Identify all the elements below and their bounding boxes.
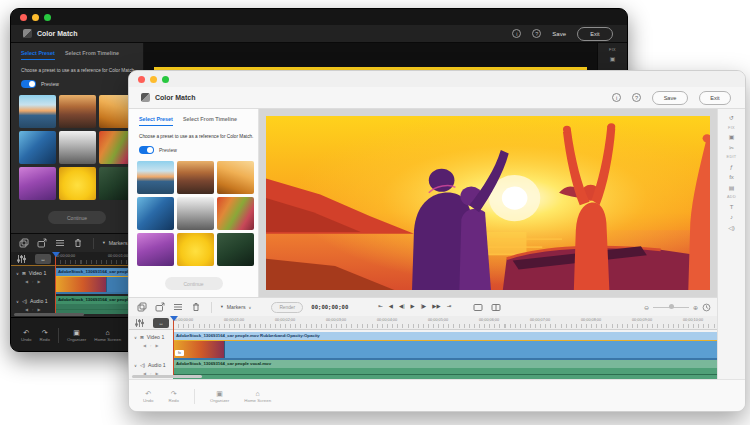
preset-lake-sunrise[interactable] — [137, 161, 174, 194]
tab-select-from-timeline[interactable]: Select From Timeline — [183, 116, 237, 126]
collapse-icon[interactable]: ∨ — [134, 335, 137, 340]
audio-icon[interactable]: ◁) — [728, 225, 735, 231]
play-icon[interactable]: ▶ — [411, 304, 415, 309]
playhead[interactable] — [55, 253, 56, 313]
zoom-slider-knob[interactable] — [669, 304, 674, 309]
redo-button[interactable]: ↷ Redo — [40, 329, 51, 342]
home-screen-button[interactable]: ⌂ Home Screen — [94, 329, 121, 342]
frame-back-icon[interactable]: ◀| — [399, 304, 405, 309]
save-button[interactable]: Save — [652, 91, 688, 105]
exit-button[interactable]: Exit — [699, 91, 731, 105]
collapse-icon[interactable]: ∨ — [16, 271, 19, 276]
delete-icon[interactable] — [191, 302, 201, 312]
collapse-icon[interactable]: ∨ — [134, 363, 137, 368]
next-clip-icon[interactable]: ▶ — [38, 307, 41, 312]
audio-clip[interactable]: AdobeStock_130693164_car people vocal.mo… — [173, 360, 717, 380]
organizer-button[interactable]: ▣ Organizer — [67, 329, 86, 342]
preset-desert-road[interactable] — [59, 95, 96, 128]
text-icon[interactable]: T — [730, 204, 734, 210]
render-button[interactable]: Render — [271, 302, 303, 313]
export-frame-icon[interactable] — [155, 302, 165, 312]
preview-toggle[interactable] — [21, 80, 36, 88]
tab-select-preset[interactable]: Select Preset — [21, 50, 55, 60]
home-screen-button[interactable]: ⌂ Home Screen — [244, 390, 271, 403]
track-list-icon[interactable] — [173, 302, 183, 312]
help-icon[interactable]: ? — [532, 29, 541, 38]
next-clip-icon[interactable]: ▶ — [156, 343, 159, 348]
delete-icon[interactable] — [73, 238, 83, 248]
audio-mixer-icon[interactable] — [135, 318, 144, 328]
preset-purple-blossoms[interactable] — [19, 167, 56, 200]
close-button[interactable] — [138, 76, 145, 83]
timeline-scrollbar[interactable] — [132, 375, 202, 378]
playhead[interactable] — [173, 317, 174, 375]
add-media-icon[interactable] — [19, 238, 29, 248]
preset-yellow-flower[interactable] — [59, 167, 96, 200]
preset-blue-feathers[interactable] — [137, 197, 174, 230]
history-icon[interactable]: ↺ — [729, 115, 734, 121]
video-preview-icon[interactable] — [473, 303, 483, 312]
info-icon[interactable]: i — [512, 29, 521, 38]
split-view-icon[interactable] — [491, 303, 501, 312]
preset-dark-ferns[interactable] — [217, 233, 254, 266]
step-back-icon[interactable]: ◀ — [389, 304, 393, 309]
fast-forward-icon[interactable]: ▶▶ — [432, 304, 440, 309]
auto-fix-icon[interactable]: ▣ — [729, 134, 735, 140]
adjust-icon[interactable]: ƒ — [730, 164, 733, 170]
go-to-end-icon[interactable]: ⇥ — [447, 304, 452, 309]
collapse-icon[interactable]: ∨ — [16, 299, 19, 304]
preview-toggle[interactable] — [139, 146, 154, 154]
trim-tool-button[interactable]: ↔ — [153, 318, 169, 328]
save-button[interactable]: Save — [552, 31, 566, 37]
continue-button[interactable]: Continue — [165, 277, 223, 290]
go-to-start-icon[interactable]: ⇤ — [378, 304, 383, 309]
markers-dropdown[interactable]: ▼ Markers ∨ — [220, 304, 251, 310]
preset-dune-rider[interactable] — [217, 161, 254, 194]
video-clip[interactable]: AdobeStock_130693164_car people.mov Rubb… — [173, 332, 717, 360]
zoom-out-icon[interactable]: ⊖ — [644, 304, 649, 311]
effects-icon[interactable]: fx — [729, 174, 734, 180]
trim-tool-button[interactable]: ↔ — [35, 254, 51, 264]
close-button[interactable] — [20, 14, 27, 21]
redo-button[interactable]: ↷ Redo — [169, 390, 180, 403]
preset-purple-blossoms[interactable] — [137, 233, 174, 266]
duration-icon[interactable] — [702, 303, 711, 312]
filmstrip-icon[interactable]: ▤ — [729, 185, 735, 191]
minimize-button[interactable] — [32, 14, 39, 21]
preset-bw-cathedral[interactable] — [177, 197, 214, 230]
audio-mixer-icon[interactable] — [17, 254, 26, 264]
preset-flower-field[interactable] — [217, 197, 254, 230]
continue-button[interactable]: Continue — [48, 211, 106, 224]
frame-forward-icon[interactable]: |▶ — [421, 304, 427, 309]
zoom-in-icon[interactable]: ⊕ — [693, 304, 698, 311]
help-icon[interactable]: ? — [632, 93, 641, 102]
add-media-icon[interactable] — [137, 302, 147, 312]
prev-clip-icon[interactable]: ◀ — [143, 343, 146, 348]
undo-button[interactable]: ↶ Undo — [143, 390, 154, 403]
minimize-button[interactable] — [150, 76, 157, 83]
prev-clip-icon[interactable]: ◀ — [25, 279, 28, 284]
scissors-icon[interactable]: ✂ — [729, 145, 734, 151]
preset-yellow-flower[interactable] — [177, 233, 214, 266]
info-icon[interactable]: i — [612, 93, 621, 102]
exit-button[interactable]: Exit — [577, 27, 613, 41]
preset-blue-feathers[interactable] — [19, 131, 56, 164]
zoom-button[interactable] — [44, 14, 51, 21]
preset-bw-cathedral[interactable] — [59, 131, 96, 164]
music-icon[interactable]: ♪ — [730, 214, 733, 220]
tab-select-preset[interactable]: Select Preset — [139, 116, 173, 126]
preset-desert-road[interactable] — [177, 161, 214, 194]
auto-fix-icon[interactable]: ▣ — [610, 56, 616, 62]
timeline-zoom-slider[interactable] — [653, 307, 689, 308]
organizer-button[interactable]: ▣ Organizer — [210, 390, 229, 403]
undo-button[interactable]: ↶ Undo — [21, 329, 32, 342]
export-frame-icon[interactable] — [37, 238, 47, 248]
tab-select-from-timeline[interactable]: Select From Timeline — [65, 50, 119, 60]
track-list-icon[interactable] — [55, 238, 65, 248]
timeline-ruler[interactable]: 00;00;00;0000;00;01;0000;00;02;0000;00;0… — [129, 316, 717, 330]
next-clip-icon[interactable]: ▶ — [38, 279, 41, 284]
preset-lake-sunrise[interactable] — [19, 95, 56, 128]
timeline-scrollbar[interactable] — [14, 313, 84, 316]
prev-clip-icon[interactable]: ◀ — [25, 307, 28, 312]
zoom-button[interactable] — [162, 76, 169, 83]
